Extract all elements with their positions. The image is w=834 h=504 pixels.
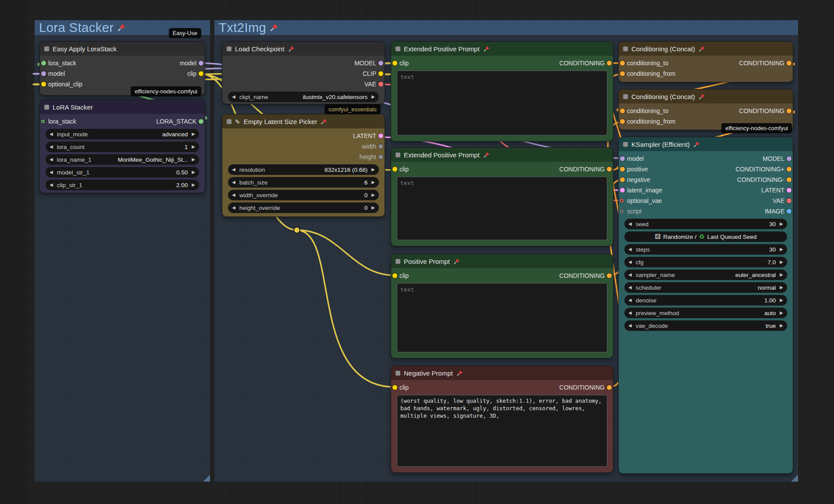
decrement-arrow-icon[interactable] [628, 311, 632, 315]
decrement-arrow-icon[interactable] [50, 157, 53, 162]
latent-image-input-port[interactable] [620, 188, 625, 193]
vae-output-port[interactable] [787, 199, 791, 203]
conditioning-output-port[interactable] [787, 109, 791, 114]
collapse-toggle-icon[interactable] [396, 153, 400, 157]
increment-arrow-icon[interactable] [371, 206, 375, 210]
collapse-toggle-icon[interactable] [227, 119, 232, 124]
conditioning-from-input-port[interactable] [620, 71, 625, 76]
collapse-toggle-icon[interactable] [623, 94, 628, 99]
conditioning-output-port[interactable] [607, 273, 612, 278]
lora-stack-input-port[interactable] [41, 61, 46, 66]
model-output-port[interactable] [199, 61, 203, 66]
increment-arrow-icon[interactable] [371, 193, 375, 197]
increment-arrow-icon[interactable] [192, 183, 195, 187]
collapse-toggle-icon[interactable] [44, 105, 49, 110]
prompt-textarea[interactable]: text [397, 177, 607, 240]
sampler-name-widget[interactable]: sampler_name euler_ancestral [624, 270, 787, 280]
node-title-bar[interactable]: KSampler (Efficient) [619, 137, 793, 151]
collapse-toggle-icon[interactable] [396, 259, 400, 264]
node-title-bar[interactable]: Load Checkpoint [222, 42, 385, 56]
clip-input-port[interactable] [392, 273, 397, 278]
increment-arrow-icon[interactable] [780, 311, 783, 315]
node-title-bar[interactable]: LoRA Stacker [40, 100, 205, 114]
conditioning-output-port[interactable] [607, 167, 612, 172]
conditioning-output-port[interactable] [607, 61, 612, 66]
latent-output-port[interactable] [787, 188, 791, 193]
clip-output-port[interactable] [199, 71, 203, 76]
lora-count-widget[interactable]: lora_count 1 [46, 142, 199, 152]
width-output-port[interactable] [378, 144, 383, 149]
conditioning-output-port[interactable] [607, 385, 612, 390]
node-title-bar[interactable]: Negative Prompt [391, 366, 613, 380]
node-conditioning-concat-1[interactable]: Conditioning (Concat) conditioning_to CO… [619, 42, 793, 82]
input-mode-widget[interactable]: input_mode advanced [46, 129, 199, 139]
clip-input-port[interactable] [392, 385, 397, 390]
increment-arrow-icon[interactable] [371, 180, 375, 185]
node-title-bar[interactable]: Empty Latent Size Picker [222, 114, 385, 128]
increment-arrow-icon[interactable] [780, 298, 783, 302]
ckpt-name-widget[interactable]: ckpt_name ilustmix_v20.safetensors [228, 92, 379, 102]
node-title-bar[interactable]: Extended Positive Prompt [391, 148, 613, 162]
collapse-toggle-icon[interactable] [623, 46, 628, 51]
increment-arrow-icon[interactable] [192, 132, 195, 136]
height-output-port[interactable] [378, 155, 383, 160]
lora-stack-input-port[interactable] [41, 120, 45, 123]
prompt-textarea[interactable]: text [397, 283, 607, 352]
decrement-arrow-icon[interactable] [50, 145, 53, 149]
decrement-arrow-icon[interactable] [628, 222, 632, 226]
script-input-port[interactable] [620, 209, 624, 213]
decrement-arrow-icon[interactable] [50, 132, 53, 136]
decrement-arrow-icon[interactable] [232, 95, 235, 99]
increment-arrow-icon[interactable] [371, 95, 375, 99]
decrement-arrow-icon[interactable] [628, 273, 632, 277]
collapse-toggle-icon[interactable] [396, 46, 400, 51]
node-extended-positive-prompt-1[interactable]: Extended Positive Prompt clip CONDITIONI… [391, 42, 613, 141]
clip-input-port[interactable] [392, 167, 397, 172]
decrement-arrow-icon[interactable] [232, 193, 235, 197]
group-txt2img-header[interactable]: Txt2Img [214, 20, 798, 35]
collapse-toggle-icon[interactable] [396, 371, 400, 376]
node-extended-positive-prompt-2[interactable]: Extended Positive Prompt clip CONDITIONI… [391, 148, 613, 246]
model-input-port[interactable] [620, 156, 625, 161]
clip-output-port[interactable] [378, 71, 383, 76]
conditioning-to-input-port[interactable] [620, 61, 625, 66]
clip-input-port[interactable] [392, 61, 397, 66]
optional-clip-input-port[interactable] [41, 82, 46, 87]
node-load-checkpoint[interactable]: Load Checkpoint MODEL CLIP VAE ckpt_name… [222, 42, 385, 104]
negative-input-port[interactable] [620, 177, 625, 182]
node-positive-prompt[interactable]: Positive Prompt clip CONDITIONING text [391, 254, 613, 358]
model-strength-widget[interactable]: model_str_1 0.50 [46, 167, 199, 177]
node-negative-prompt[interactable]: Negative Prompt clip CONDITIONING (worst… [391, 366, 613, 472]
increment-arrow-icon[interactable] [192, 145, 195, 149]
seed-widget[interactable]: seed 30 [624, 219, 787, 229]
collapse-toggle-icon[interactable] [44, 46, 49, 51]
increment-arrow-icon[interactable] [780, 323, 783, 328]
decrement-arrow-icon[interactable] [232, 180, 235, 185]
node-title-bar[interactable]: Positive Prompt [391, 254, 613, 268]
increment-arrow-icon[interactable] [780, 285, 783, 290]
increment-arrow-icon[interactable] [192, 157, 195, 162]
collapse-toggle-icon[interactable] [623, 142, 628, 147]
batch-size-widget[interactable]: batch_size 6 [228, 177, 379, 188]
randomize-seed-button[interactable]: Randomize / Last Queued Seed [624, 231, 787, 242]
increment-arrow-icon[interactable] [192, 170, 195, 174]
image-output-port[interactable] [787, 209, 791, 214]
denoise-widget[interactable]: denoise 1.00 [624, 295, 787, 305]
decrement-arrow-icon[interactable] [50, 170, 53, 174]
node-title-bar[interactable]: Extended Positive Prompt [391, 42, 613, 56]
vae-output-port[interactable] [378, 82, 383, 87]
collapse-toggle-icon[interactable] [227, 46, 232, 51]
resolution-widget[interactable]: resolution 832x1216 (0.68) [228, 164, 379, 175]
increment-arrow-icon[interactable] [780, 222, 783, 226]
steps-widget[interactable]: steps 30 [624, 244, 787, 255]
decrement-arrow-icon[interactable] [628, 247, 632, 252]
decrement-arrow-icon[interactable] [628, 298, 632, 302]
clip-strength-widget[interactable]: clip_str_1 2.00 [46, 180, 199, 190]
node-title-bar[interactable]: Easy Apply LoraStack [40, 42, 205, 56]
conditioning-plus-output-port[interactable] [787, 167, 791, 172]
increment-arrow-icon[interactable] [371, 167, 375, 172]
conditioning-to-input-port[interactable] [620, 109, 625, 114]
cfg-widget[interactable]: cfg 7.0 [624, 257, 787, 267]
preview-method-widget[interactable]: preview_method auto [624, 308, 787, 318]
conditioning-minus-output-port[interactable] [787, 177, 791, 182]
